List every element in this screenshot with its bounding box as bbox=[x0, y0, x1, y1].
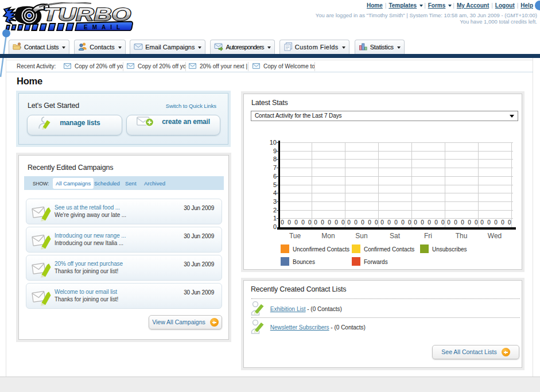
svg-text:EMAIL: EMAIL bbox=[84, 24, 125, 30]
